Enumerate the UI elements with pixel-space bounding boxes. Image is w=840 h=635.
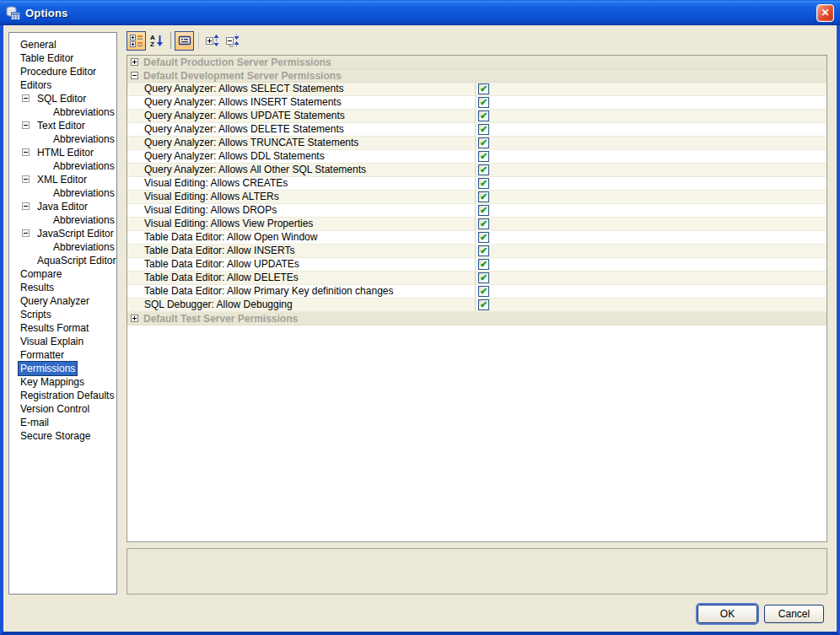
sidebar-item-results-format[interactable]: Results Format — [9, 321, 116, 335]
tree-collapse-icon[interactable] — [22, 202, 30, 210]
sidebar-item-sql-editor[interactable]: SQL Editor — [9, 92, 116, 105]
sidebar-item-label[interactable]: Query Analyzer — [19, 294, 91, 308]
permission-label: Query Analyzer: Allows INSERT Statements — [127, 96, 476, 109]
sidebar-item-label[interactable]: Table Editor — [19, 51, 75, 65]
sidebar-item-version-control[interactable]: Version Control — [9, 402, 116, 416]
sidebar-item-label[interactable]: Java Editor — [35, 200, 89, 213]
checkbox-checked-icon[interactable]: ✔ — [478, 178, 489, 189]
checkbox-checked-icon[interactable]: ✔ — [478, 137, 489, 148]
checkbox-checked-icon[interactable]: ✔ — [478, 97, 489, 108]
sidebar-item-label[interactable]: Abbreviations — [51, 105, 116, 119]
sidebar-item-table-editor[interactable]: Table Editor — [9, 51, 116, 65]
checkbox-checked-icon[interactable]: ✔ — [478, 245, 489, 256]
tree-collapse-icon[interactable] — [22, 121, 30, 129]
sidebar-item-label[interactable]: Visual Explain — [19, 335, 85, 348]
checkbox-checked-icon[interactable]: ✔ — [478, 164, 489, 175]
sidebar-item-xml-editor[interactable]: XML Editor — [9, 173, 116, 186]
permission-row: Visual Editing: Allows DROPs✔ — [127, 204, 827, 218]
sidebar-item-label[interactable]: HTML Editor — [35, 146, 95, 159]
expand-icon[interactable] — [131, 315, 138, 322]
categorized-view-button[interactable] — [127, 31, 146, 51]
ok-button[interactable]: OK — [697, 605, 757, 623]
sidebar-item-label[interactable]: Abbreviations — [51, 240, 116, 254]
show-descriptions-button[interactable] — [175, 31, 194, 51]
sort-alphabetical-button[interactable]: A Z — [147, 31, 166, 51]
sidebar-item-general[interactable]: General — [9, 38, 116, 51]
sidebar-item-label[interactable]: Abbreviations — [51, 186, 116, 200]
sidebar-item-label[interactable]: Key Mappings — [19, 375, 86, 389]
category-row-default-production-server-permissions[interactable]: Default Production Server Permissions — [127, 56, 827, 69]
sidebar-item-procedure-editor[interactable]: Procedure Editor — [9, 65, 116, 78]
sidebar-item-label[interactable]: Procedure Editor — [19, 65, 98, 78]
checkbox-checked-icon[interactable]: ✔ — [478, 218, 489, 229]
sidebar-item-javascript-editor[interactable]: JavaScript Editor — [9, 227, 116, 240]
cancel-button[interactable]: Cancel — [764, 605, 824, 623]
sidebar-item-abbreviations[interactable]: Abbreviations — [9, 213, 116, 227]
sidebar-item-label[interactable]: Registration Defaults — [19, 389, 116, 402]
expand-icon[interactable] — [131, 58, 138, 66]
checkbox-checked-icon[interactable]: ✔ — [478, 286, 489, 297]
tree-collapse-icon[interactable] — [22, 175, 30, 183]
sidebar-item-label[interactable]: Editors — [19, 78, 53, 92]
sidebar-item-aquascript-editor[interactable]: AquaScript Editor — [9, 254, 116, 267]
sidebar-item-label[interactable]: Formatter — [19, 348, 66, 362]
checkbox-checked-icon[interactable]: ✔ — [478, 299, 489, 310]
sidebar-item-abbreviations[interactable]: Abbreviations — [9, 159, 116, 173]
sidebar-item-label[interactable]: JavaScript Editor — [35, 227, 116, 240]
sidebar-item-label[interactable]: Abbreviations — [51, 213, 116, 227]
sidebar-item-visual-explain[interactable]: Visual Explain — [9, 335, 116, 348]
sidebar-item-abbreviations[interactable]: Abbreviations — [9, 186, 116, 200]
sidebar-item-secure-storage[interactable]: Secure Storage — [9, 429, 116, 443]
sidebar-item-scripts[interactable]: Scripts — [9, 308, 116, 321]
collapse-all-button[interactable] — [223, 31, 242, 51]
sidebar-item-label[interactable]: Secure Storage — [19, 429, 92, 443]
close-button[interactable]: ✕ — [816, 4, 834, 22]
sidebar-item-html-editor[interactable]: HTML Editor — [9, 146, 116, 159]
sidebar-item-label[interactable]: Scripts — [19, 308, 53, 321]
sidebar-item-text-editor[interactable]: Text Editor — [9, 119, 116, 132]
category-row-default-test-server-permissions[interactable]: Default Test Server Permissions — [127, 312, 827, 326]
sidebar-item-label[interactable]: Text Editor — [35, 119, 87, 132]
expand-all-button[interactable] — [202, 31, 222, 51]
sidebar-item-label[interactable]: Abbreviations — [51, 132, 116, 146]
sidebar-item-label[interactable]: Permissions — [19, 362, 77, 375]
sidebar-item-label[interactable]: Results — [19, 281, 56, 294]
checkbox-checked-icon[interactable]: ✔ — [478, 205, 489, 216]
sidebar-item-e-mail[interactable]: E-mail — [9, 416, 116, 429]
checkbox-checked-icon[interactable]: ✔ — [478, 110, 489, 121]
sidebar-item-label[interactable]: XML Editor — [35, 173, 89, 186]
sidebar-item-label[interactable]: Abbreviations — [51, 159, 116, 173]
sidebar-item-key-mappings[interactable]: Key Mappings — [9, 375, 116, 389]
sidebar-item-label[interactable]: General — [19, 38, 58, 51]
sidebar-item-java-editor[interactable]: Java Editor — [9, 200, 116, 213]
checkbox-checked-icon[interactable]: ✔ — [478, 151, 489, 162]
sidebar-item-label[interactable]: SQL Editor — [35, 92, 88, 105]
sidebar-item-label[interactable]: Compare — [19, 267, 63, 281]
sidebar-item-label[interactable]: AquaScript Editor — [35, 254, 117, 267]
sidebar-item-abbreviations[interactable]: Abbreviations — [9, 240, 116, 254]
sidebar-item-label[interactable]: Version Control — [19, 402, 91, 416]
tree-collapse-icon[interactable] — [22, 94, 30, 102]
sidebar-item-compare[interactable]: Compare — [9, 267, 116, 281]
permission-label: Query Analyzer: Allows All Other SQL Sta… — [127, 164, 476, 176]
checkbox-checked-icon[interactable]: ✔ — [478, 272, 489, 283]
sidebar-item-results[interactable]: Results — [9, 281, 116, 294]
checkbox-checked-icon[interactable]: ✔ — [478, 259, 489, 270]
sidebar-item-formatter[interactable]: Formatter — [9, 348, 116, 362]
sidebar-item-registration-defaults[interactable]: Registration Defaults — [9, 389, 116, 402]
sidebar-item-label[interactable]: E-mail — [19, 416, 51, 429]
sidebar-item-editors[interactable]: Editors — [9, 78, 116, 92]
sidebar-item-label[interactable]: Results Format — [19, 321, 90, 335]
sidebar-item-abbreviations[interactable]: Abbreviations — [9, 132, 116, 146]
checkbox-checked-icon[interactable]: ✔ — [478, 83, 489, 94]
sidebar-item-permissions[interactable]: Permissions — [9, 362, 116, 375]
checkbox-checked-icon[interactable]: ✔ — [478, 191, 489, 202]
tree-collapse-icon[interactable] — [22, 229, 30, 237]
sidebar-item-abbreviations[interactable]: Abbreviations — [9, 105, 116, 119]
checkbox-checked-icon[interactable]: ✔ — [478, 232, 489, 243]
checkbox-checked-icon[interactable]: ✔ — [478, 124, 489, 135]
category-row-default-development-server-permissions[interactable]: Default Development Server Permissions — [127, 69, 827, 83]
collapse-icon[interactable] — [131, 72, 138, 79]
sidebar-item-query-analyzer[interactable]: Query Analyzer — [9, 294, 116, 308]
tree-collapse-icon[interactable] — [22, 148, 30, 156]
